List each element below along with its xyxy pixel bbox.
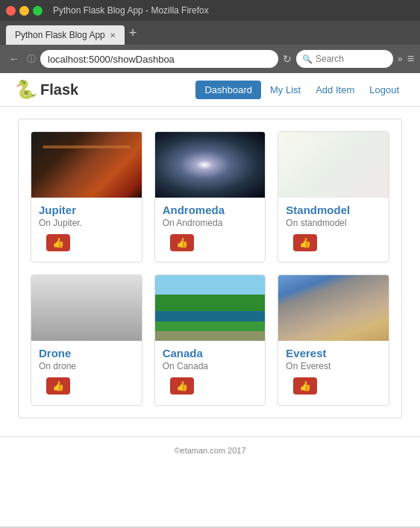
like-button-standmodel[interactable]: 👍 bbox=[293, 234, 317, 251]
menu-button[interactable]: ≡ bbox=[407, 52, 414, 66]
search-box[interactable]: 🔍 bbox=[296, 50, 393, 68]
card-image-everest bbox=[278, 275, 389, 341]
card-image-andromeda bbox=[155, 132, 266, 198]
card-image-drone bbox=[31, 275, 142, 341]
card-title-andromeda: Andromeda bbox=[163, 204, 258, 216]
card-subtitle-canada: On Canada bbox=[163, 361, 258, 371]
window-title: Python Flask Blog App - Mozilla Firefox bbox=[53, 5, 209, 16]
card-body-drone: Drone On drone 👍 bbox=[31, 341, 142, 397]
tab-close-icon[interactable]: ✕ bbox=[110, 31, 116, 40]
page: 🐍 Flask Dashboard My List Add Item Logou… bbox=[0, 73, 420, 527]
card-subtitle-everest: On Everest bbox=[286, 361, 381, 371]
url-text: localhost:5000/showDashboa bbox=[48, 54, 175, 65]
cards-grid: Jupiter On Jupiter. 👍 Andromeda On Andro… bbox=[18, 119, 402, 418]
window-controls bbox=[6, 6, 43, 16]
footer-text: ©etaman.com 2017 bbox=[174, 446, 245, 455]
dashboard-button[interactable]: Dashboard bbox=[195, 81, 261, 99]
logout-button[interactable]: Logout bbox=[363, 81, 405, 99]
card-title-standmodel: Standmodel bbox=[286, 204, 381, 216]
nav-links: Dashboard My List Add Item Logout bbox=[195, 81, 405, 99]
search-icon: 🔍 bbox=[302, 54, 313, 64]
back-button[interactable]: ← bbox=[6, 51, 22, 66]
card-body-standmodel: Standmodel On standmodel 👍 bbox=[278, 198, 389, 254]
address-bar: ← ⓘ localhost:5000/showDashboa ↻ 🔍 » ≡ bbox=[0, 45, 420, 73]
titlebar: Python Flask Blog App - Mozilla Firefox bbox=[0, 0, 420, 21]
my-list-button[interactable]: My List bbox=[264, 81, 307, 99]
card-subtitle-jupiter: On Jupiter. bbox=[39, 218, 134, 228]
card-title-everest: Everest bbox=[286, 347, 381, 359]
card-andromeda: Andromeda On Andromeda 👍 bbox=[154, 131, 266, 263]
card-body-canada: Canada On Canada 👍 bbox=[155, 341, 266, 397]
brand-name: Flask bbox=[40, 81, 78, 98]
card-standmodel: Standmodel On standmodel 👍 bbox=[278, 131, 389, 263]
like-button-canada[interactable]: 👍 bbox=[170, 377, 194, 395]
reload-button[interactable]: ↻ bbox=[283, 53, 292, 65]
card-subtitle-andromeda: On Andromeda bbox=[163, 218, 258, 228]
card-everest: Everest On Everest 👍 bbox=[278, 274, 389, 406]
card-subtitle-drone: On drone bbox=[39, 361, 134, 371]
add-item-button[interactable]: Add Item bbox=[310, 81, 360, 99]
info-button[interactable]: ⓘ bbox=[27, 53, 36, 66]
like-button-drone[interactable]: 👍 bbox=[46, 377, 70, 395]
card-body-jupiter: Jupiter On Jupiter. 👍 bbox=[31, 198, 142, 254]
like-button-everest[interactable]: 👍 bbox=[293, 377, 317, 395]
footer: ©etaman.com 2017 bbox=[0, 436, 420, 464]
card-image-jupiter bbox=[31, 132, 142, 198]
card-subtitle-standmodel: On standmodel bbox=[286, 218, 381, 228]
like-button-jupiter[interactable]: 👍 bbox=[46, 234, 70, 251]
search-input[interactable] bbox=[316, 54, 375, 64]
tabbar: Python Flask Blog App ✕ + bbox=[0, 21, 420, 45]
card-body-everest: Everest On Everest 👍 bbox=[278, 341, 389, 397]
like-button-andromeda[interactable]: 👍 bbox=[170, 234, 194, 251]
active-tab[interactable]: Python Flask Blog App ✕ bbox=[6, 25, 125, 45]
card-canada: Canada On Canada 👍 bbox=[154, 274, 266, 406]
new-tab-button[interactable]: + bbox=[129, 26, 137, 40]
card-body-andromeda: Andromeda On Andromeda 👍 bbox=[155, 198, 266, 254]
card-image-canada bbox=[155, 275, 266, 341]
card-title-drone: Drone bbox=[39, 347, 134, 359]
tab-label: Python Flask Blog App bbox=[15, 30, 105, 40]
card-image-standmodel bbox=[278, 132, 389, 198]
card-drone: Drone On drone 👍 bbox=[31, 274, 142, 406]
maximize-btn[interactable] bbox=[33, 6, 43, 16]
content-area: Jupiter On Jupiter. 👍 Andromeda On Andro… bbox=[0, 107, 420, 430]
url-bar[interactable]: localhost:5000/showDashboa bbox=[40, 50, 278, 68]
navbar: 🐍 Flask Dashboard My List Add Item Logou… bbox=[0, 73, 420, 107]
flask-icon: 🐍 bbox=[15, 79, 37, 100]
card-title-canada: Canada bbox=[163, 347, 258, 359]
minimize-btn[interactable] bbox=[19, 6, 29, 16]
card-jupiter: Jupiter On Jupiter. 👍 bbox=[31, 131, 142, 263]
card-title-jupiter: Jupiter bbox=[39, 204, 134, 216]
brand: 🐍 Flask bbox=[15, 79, 78, 100]
overflow-button[interactable]: » bbox=[398, 54, 403, 64]
close-btn[interactable] bbox=[6, 6, 16, 16]
